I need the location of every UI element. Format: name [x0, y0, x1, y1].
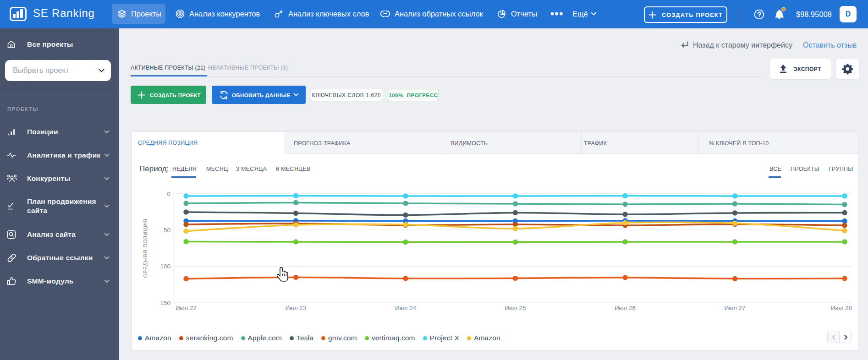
- svg-text:100: 100: [160, 263, 170, 270]
- svg-text:0: 0: [167, 191, 170, 197]
- svg-text:Июл 28: Июл 28: [831, 305, 852, 311]
- svg-text:Июл 26: Июл 26: [615, 305, 636, 311]
- svg-text:Июл 24: Июл 24: [395, 305, 417, 311]
- svg-text:50: 50: [164, 227, 170, 234]
- svg-text:Июл 25: Июл 25: [505, 305, 526, 311]
- svg-text:Июл 22: Июл 22: [176, 305, 197, 311]
- svg-text:СРЕДНЯЯ ПОЗИЦИЯ: СРЕДНЯЯ ПОЗИЦИЯ: [143, 218, 148, 278]
- svg-text:Июл 27: Июл 27: [724, 305, 745, 311]
- svg-text:Июл 23: Июл 23: [285, 305, 306, 311]
- svg-text:150: 150: [160, 300, 170, 306]
